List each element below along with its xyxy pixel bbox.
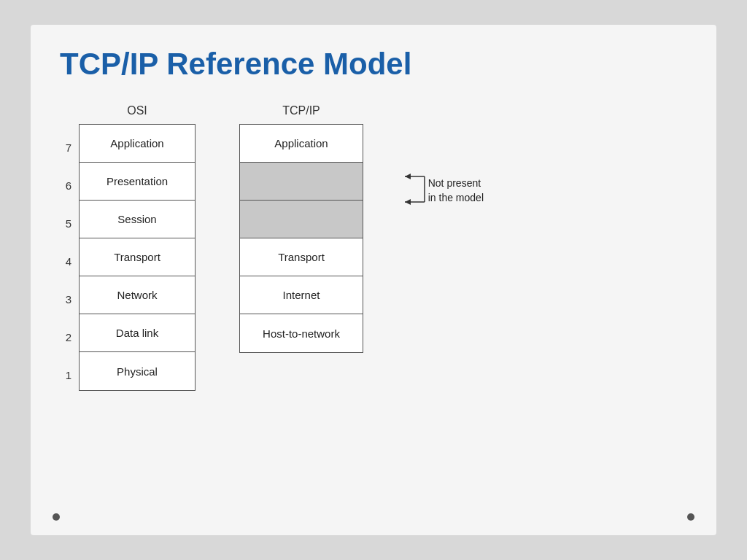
layer-number-4: 4 bbox=[60, 242, 74, 280]
layer-number-5: 5 bbox=[60, 204, 74, 242]
annotation-arrows bbox=[399, 155, 428, 228]
layer-number-2: 2 bbox=[60, 318, 74, 356]
tcpip-row-0: Application bbox=[240, 125, 363, 163]
osi-rows: ApplicationPresentationSessionTransportN… bbox=[79, 124, 196, 391]
not-present-annotation: Not present in the model bbox=[399, 155, 484, 228]
diagram-area: 7654321 OSI ApplicationPresentationSessi… bbox=[60, 102, 687, 521]
osi-row-physical: Physical bbox=[80, 352, 195, 390]
layer-numbers: 7654321 bbox=[60, 128, 74, 394]
layer-number-3: 3 bbox=[60, 280, 74, 318]
tcpip-section: TCP/IP ApplicationTransportInternetHost-… bbox=[239, 102, 363, 353]
svg-marker-3 bbox=[405, 199, 411, 205]
tcpip-row-5: Host-to-network bbox=[240, 314, 363, 352]
slide-dots bbox=[31, 513, 716, 521]
osi-row-data-link: Data link bbox=[80, 314, 195, 352]
tcpip-row-2 bbox=[240, 201, 363, 238]
dot-left bbox=[53, 513, 60, 521]
layer-number-6: 6 bbox=[60, 166, 74, 204]
osi-row-network: Network bbox=[80, 276, 195, 314]
slide: TCP/IP Reference Model 7654321 OSI Appli… bbox=[31, 25, 716, 535]
tcpip-row-4: Internet bbox=[240, 276, 363, 314]
annotation-text: Not present in the model bbox=[428, 176, 484, 205]
layer-number-1: 1 bbox=[60, 356, 74, 394]
tcpip-rows: ApplicationTransportInternetHost-to-netw… bbox=[239, 124, 363, 353]
osi-row-transport: Transport bbox=[80, 238, 195, 276]
tcpip-row-1 bbox=[240, 163, 363, 201]
osi-section: 7654321 OSI ApplicationPresentationSessi… bbox=[60, 102, 196, 394]
osi-row-application: Application bbox=[80, 125, 195, 163]
tcpip-header: TCP/IP bbox=[239, 102, 363, 120]
svg-marker-1 bbox=[405, 174, 411, 179]
osi-table: OSI ApplicationPresentationSessionTransp… bbox=[79, 102, 196, 391]
page-title: TCP/IP Reference Model bbox=[60, 47, 411, 82]
osi-header: OSI bbox=[79, 102, 196, 120]
tcpip-row-3: Transport bbox=[240, 238, 363, 276]
dot-right bbox=[687, 513, 694, 521]
layer-number-7: 7 bbox=[60, 128, 74, 166]
osi-row-presentation: Presentation bbox=[80, 163, 195, 201]
osi-row-session: Session bbox=[80, 201, 195, 238]
